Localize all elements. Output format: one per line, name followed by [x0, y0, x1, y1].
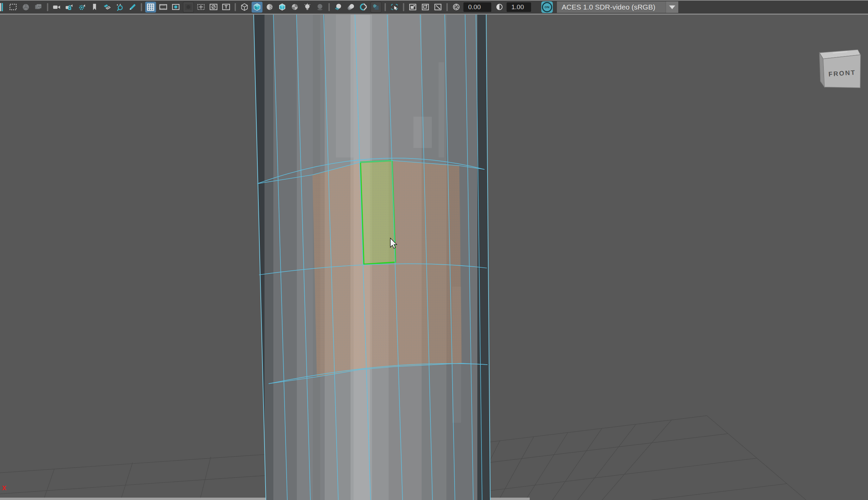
view-transform-dropdown[interactable]: ACES 1.0 SDR-video (sRGB)	[557, 1, 678, 13]
shadows-icon[interactable]	[314, 2, 325, 13]
camera-lock-icon[interactable]	[64, 2, 75, 13]
safe-action-icon[interactable]	[208, 2, 219, 13]
image-sequence-icon[interactable]	[33, 2, 44, 13]
smooth-shade-icon[interactable]	[252, 2, 263, 13]
resolution-gate-icon[interactable]	[170, 2, 181, 13]
textured-icon[interactable]	[264, 2, 275, 13]
film-gate-icon[interactable]	[158, 2, 169, 13]
toolbar-separator	[141, 3, 142, 11]
chevron-down-icon[interactable]	[666, 1, 678, 13]
maya-viewport-window: 0.001.00ONACES 1.0 SDR-video (sRGB)	[0, 0, 868, 500]
safe-title-icon[interactable]	[221, 2, 232, 13]
toolbar-separator	[47, 3, 48, 11]
exposure-value[interactable]: 0.00	[463, 2, 491, 12]
axis-label-x: x	[2, 483, 7, 492]
marquee-select-icon[interactable]	[8, 2, 19, 13]
transparency-icon[interactable]	[371, 2, 381, 13]
field-chart-icon[interactable]	[196, 2, 206, 13]
pan-zoom-icon[interactable]	[114, 2, 125, 13]
bookmark-icon[interactable]	[89, 2, 100, 13]
scene-3d: x	[0, 15, 868, 500]
view-transform-value[interactable]: ACES 1.0 SDR-video (sRGB)	[557, 1, 666, 13]
image-plane-outline-icon[interactable]	[420, 2, 431, 13]
exposure-icon[interactable]	[451, 2, 462, 13]
gate-mask-icon[interactable]	[183, 2, 194, 13]
toolbar-cut-icon[interactable]	[0, 2, 3, 13]
color-management-on-button[interactable]: ON	[541, 1, 553, 13]
toolbar-separator	[384, 3, 386, 11]
toolbar-separator	[447, 3, 448, 11]
view-cube[interactable]: FRONT	[814, 47, 868, 94]
gamma-icon[interactable]	[494, 2, 505, 13]
on-label: ON	[542, 2, 552, 12]
camera-attributes-icon[interactable]	[77, 2, 88, 13]
grease-pencil-icon[interactable]	[127, 2, 138, 13]
isolate-select-icon[interactable]	[389, 2, 400, 13]
grid-icon[interactable]	[145, 2, 156, 13]
wireframe-on-shaded-icon[interactable]	[277, 2, 288, 13]
antialias-icon[interactable]	[358, 2, 369, 13]
toolbar-separator	[328, 3, 330, 11]
toolbar-separator	[235, 3, 236, 11]
motion-blur-icon[interactable]	[345, 2, 356, 13]
camera-select-icon[interactable]	[51, 2, 62, 13]
toolbar-separator	[403, 3, 404, 11]
viewport-canvas[interactable]: x FRONT	[0, 15, 868, 500]
panel-toolbar: 0.001.00ONACES 1.0 SDR-video (sRGB)	[0, 1, 868, 14]
lighting-icon[interactable]	[302, 2, 313, 13]
default-material-icon[interactable]	[289, 2, 300, 13]
selected-face[interactable]	[360, 161, 395, 264]
image-plane-icon[interactable]	[407, 2, 418, 13]
gamma-value[interactable]: 1.00	[507, 2, 531, 12]
occlusion-icon[interactable]	[333, 2, 344, 13]
pan-2d-icon[interactable]	[102, 2, 113, 13]
color-wheel-icon[interactable]	[20, 2, 31, 13]
wireframe-icon[interactable]	[239, 2, 250, 13]
image-plane-edit-icon[interactable]	[432, 2, 443, 13]
